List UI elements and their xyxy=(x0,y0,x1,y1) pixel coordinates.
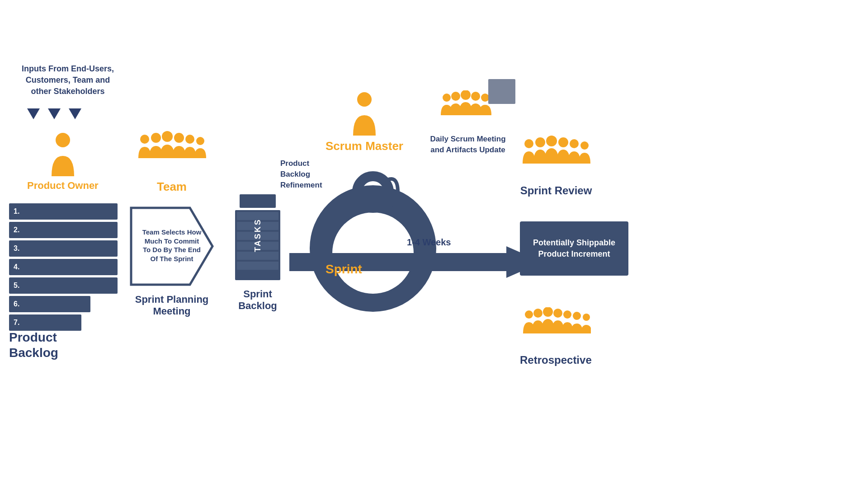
arrow-down-2 xyxy=(48,108,61,119)
svg-point-30 xyxy=(573,312,581,320)
svg-point-1 xyxy=(140,135,149,144)
sprint-review-section: Sprint Review xyxy=(520,136,592,197)
scrum-master-label: Scrum Master xyxy=(326,139,403,153)
svg-point-24 xyxy=(580,141,589,150)
sprint-review-label: Sprint Review xyxy=(520,184,592,197)
product-owner-section: Product Owner xyxy=(27,131,99,192)
tasks-bar-top xyxy=(240,194,276,208)
team-icon xyxy=(136,131,208,176)
sprint-label: Sprint xyxy=(326,262,362,277)
scrum-master-section: Scrum Master xyxy=(326,90,403,153)
retrospective-label: Retrospective xyxy=(520,354,592,366)
svg-point-29 xyxy=(563,310,571,319)
sprint-backlog-label: SprintBacklog xyxy=(238,288,277,312)
sprint-planning-section: Team Selects How Much To Commit To Do By… xyxy=(127,203,217,317)
svg-point-3 xyxy=(162,131,173,142)
arrow-down-1 xyxy=(27,108,40,119)
daily-scrum-label: Daily Scrum Meeting and Artifacts Update xyxy=(429,134,506,155)
svg-point-28 xyxy=(553,309,562,318)
backlog-item-3: 3. xyxy=(9,240,118,257)
product-backlog-section: 1. 2. 3. 4. 5. 6. 7. xyxy=(9,203,118,333)
svg-point-15 xyxy=(451,92,460,101)
sprint-planning-label: Sprint PlanningMeeting xyxy=(135,294,209,317)
svg-point-5 xyxy=(185,135,194,144)
team-section: Team xyxy=(136,131,208,194)
retrospective-icon xyxy=(521,307,591,350)
backlog-item-6: 6. xyxy=(9,296,90,312)
backlog-item-4: 4. xyxy=(9,259,118,275)
arrow-down-3 xyxy=(69,108,81,119)
svg-point-31 xyxy=(583,314,590,321)
product-owner-icon xyxy=(47,131,79,176)
svg-point-27 xyxy=(543,307,553,317)
svg-point-26 xyxy=(533,309,542,318)
backlog-item-2: 2. xyxy=(9,222,118,238)
sprint-review-icon xyxy=(520,136,592,181)
product-owner-label: Product Owner xyxy=(27,180,99,192)
product-backlog-label: ProductBacklog xyxy=(9,330,58,360)
svg-point-19 xyxy=(524,139,533,148)
svg-point-23 xyxy=(570,139,579,148)
svg-point-2 xyxy=(151,133,161,143)
svg-point-20 xyxy=(535,137,545,147)
backlog-item-7: 7. xyxy=(9,314,81,331)
pentagon-shape: Team Selects How Much To Commit To Do By… xyxy=(127,203,217,289)
svg-point-6 xyxy=(196,137,204,145)
backlog-item-5: 5. xyxy=(9,277,118,294)
sprint-backlog-section: TASKS SprintBacklog xyxy=(235,194,280,312)
svg-point-0 xyxy=(56,133,70,147)
inputs-label: Inputs From End-Users, Customers, Team a… xyxy=(18,63,118,98)
weeks-label: 1-4 Weeks xyxy=(407,237,451,248)
backlog-item-1: 1. xyxy=(9,203,118,220)
svg-point-21 xyxy=(546,136,557,146)
svg-point-22 xyxy=(558,137,568,147)
retrospective-section: Retrospective xyxy=(520,307,592,366)
tasks-stack: TASKS xyxy=(235,194,280,285)
svg-point-8 xyxy=(357,92,372,107)
tasks-label: TASKS xyxy=(253,213,263,258)
pentagon-text: Team Selects How Much To Commit To Do By… xyxy=(140,228,203,263)
shippable-label: Potentially Shippable Product Increment xyxy=(520,237,628,260)
team-label: Team xyxy=(157,180,187,194)
shippable-section: Potentially Shippable Product Increment xyxy=(520,221,628,276)
svg-point-25 xyxy=(525,310,533,319)
svg-point-16 xyxy=(461,90,471,100)
svg-point-14 xyxy=(443,94,451,102)
input-arrows xyxy=(27,108,81,119)
svg-point-17 xyxy=(471,92,480,101)
gray-square xyxy=(488,79,515,104)
svg-point-4 xyxy=(174,133,184,143)
scrum-master-icon xyxy=(349,90,380,136)
